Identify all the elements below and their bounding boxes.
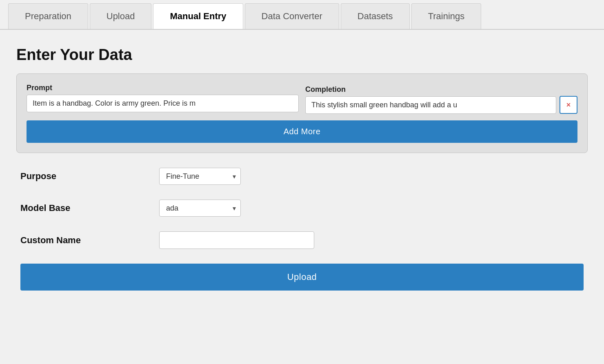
data-card: Prompt Completion × Add More [16,73,588,153]
completion-field-group: Completion × [305,84,577,114]
add-more-button[interactable]: Add More [27,120,577,143]
model-base-select-wrapper: ada babbage curie davinci [159,200,241,217]
tab-datasets[interactable]: Datasets [341,3,410,29]
prompt-input[interactable] [27,95,299,112]
tab-data-converter[interactable]: Data Converter [245,3,339,29]
tabs-container: Preparation Upload Manual Entry Data Con… [0,0,604,30]
completion-input[interactable] [305,96,556,114]
tab-manual-entry[interactable]: Manual Entry [153,3,243,29]
tab-preparation[interactable]: Preparation [8,3,88,29]
main-content: Enter Your Data Prompt Completion × A [0,30,604,307]
custom-name-label: Custom Name [20,235,159,246]
prompt-label: Prompt [27,84,299,92]
completion-label: Completion [305,85,556,94]
custom-name-input[interactable] [159,231,314,249]
completion-inner: Completion [305,85,556,114]
tab-upload[interactable]: Upload [90,3,152,29]
purpose-label: Purpose [20,171,159,182]
close-icon: × [566,101,571,109]
model-base-select[interactable]: ada babbage curie davinci [159,200,241,217]
delete-row-button[interactable]: × [560,96,577,114]
prompt-field-group: Prompt [27,84,299,112]
model-base-label: Model Base [20,203,159,213]
purpose-select-wrapper: Fine-Tune Classification Search [159,168,241,185]
page-title: Enter Your Data [16,46,588,64]
upload-button[interactable]: Upload [20,264,584,291]
purpose-select[interactable]: Fine-Tune Classification Search [159,168,241,185]
purpose-row: Purpose Fine-Tune Classification Search [16,168,588,185]
custom-name-row: Custom Name [16,231,588,249]
model-base-row: Model Base ada babbage curie davinci [16,200,588,217]
data-card-row: Prompt Completion × [27,84,577,114]
tab-trainings[interactable]: Trainings [411,3,482,29]
